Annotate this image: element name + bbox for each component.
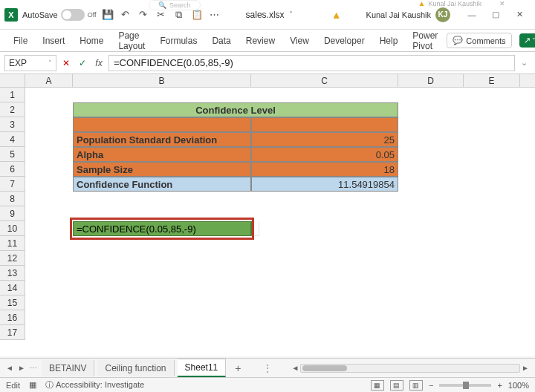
cell-bg[interactable] [398, 266, 464, 281]
cell-bg[interactable] [25, 221, 73, 236]
scroll-left-icon[interactable]: ◄ [290, 363, 300, 373]
row-header[interactable]: 2 [0, 102, 25, 117]
cell-bg[interactable] [464, 192, 520, 206]
col-header[interactable]: E [464, 74, 520, 87]
save-icon[interactable]: 💾 [101, 8, 114, 22]
col-header[interactable]: D [398, 74, 464, 87]
cell-bg[interactable] [398, 117, 464, 132]
cell-active-edit[interactable]: =CONFIDENCE(0.05,85,-9) [73, 221, 251, 236]
cell[interactable]: Confidence Function [73, 177, 251, 192]
hscroll-thumb[interactable] [302, 365, 347, 371]
cell-bg[interactable] [464, 162, 520, 177]
col-header[interactable]: A [25, 74, 73, 87]
cell-title[interactable]: Confidence Level [73, 102, 398, 117]
cell-bg[interactable] [73, 192, 251, 206]
autosave-toggle[interactable] [61, 9, 85, 21]
ribbon-tab[interactable]: Review [240, 32, 281, 50]
cell-bg[interactable] [25, 132, 73, 147]
ribbon-tab[interactable]: Help [374, 32, 404, 50]
cell-bg[interactable] [398, 236, 464, 251]
sheet-next-icon[interactable]: ► [16, 363, 27, 373]
cell-bg[interactable] [251, 310, 398, 325]
row-header[interactable]: 1 [0, 88, 25, 102]
redo-icon[interactable]: ↷ [137, 8, 150, 22]
cell-bg[interactable] [251, 236, 398, 251]
cell[interactable]: 25 [251, 132, 398, 147]
cell-bg[interactable] [73, 325, 251, 340]
ribbon-tab[interactable]: Developer [318, 32, 371, 50]
ribbon-tab[interactable]: Formulas [154, 32, 203, 50]
cell-bg[interactable] [464, 206, 520, 221]
cell-bg[interactable] [464, 251, 520, 266]
zoom-level[interactable]: 100% [508, 381, 529, 390]
cell-bg[interactable] [25, 310, 73, 325]
row-header[interactable]: 15 [0, 295, 25, 310]
select-all-corner[interactable] [0, 74, 25, 87]
fx-icon[interactable]: fx [92, 56, 106, 70]
view-page-break-button[interactable]: ▥ [409, 380, 423, 391]
cell-bg[interactable] [398, 162, 464, 177]
cell[interactable]: Population Standard Deviation [73, 132, 251, 147]
cell-bg[interactable] [398, 295, 464, 310]
cell-bg[interactable] [464, 132, 520, 147]
cell-bg[interactable] [464, 88, 520, 102]
cell-bg[interactable] [251, 88, 398, 102]
cell-bg[interactable] [398, 251, 464, 266]
hscroll-track[interactable] [300, 364, 520, 373]
cell-bg[interactable] [73, 281, 251, 295]
cell[interactable] [73, 117, 251, 132]
cell-bg[interactable] [251, 281, 398, 295]
cell-bg[interactable] [398, 192, 464, 206]
ribbon-tab[interactable]: Home [74, 32, 109, 50]
row-header[interactable]: 11 [0, 236, 25, 251]
spreadsheet-grid[interactable]: A B C D E 1234567891011121314151617 Conf… [0, 74, 535, 356]
ribbon-tab[interactable]: View [284, 32, 315, 50]
cell-bg[interactable] [25, 147, 73, 162]
row-header[interactable]: 14 [0, 281, 25, 295]
zoom-out-icon[interactable]: − [429, 381, 433, 390]
cell-bg[interactable] [464, 147, 520, 162]
cell-bg[interactable] [464, 117, 520, 132]
ribbon-tab[interactable]: Page Layout [112, 27, 151, 55]
sheet-prev-icon[interactable]: ◄ [4, 363, 15, 373]
cell-bg[interactable] [464, 310, 520, 325]
cell-bg[interactable] [251, 206, 398, 221]
zoom-thumb[interactable] [463, 382, 469, 389]
cell-bg[interactable] [464, 295, 520, 310]
cell-bg[interactable] [25, 162, 73, 177]
cell-bg[interactable] [25, 206, 73, 221]
workbook-stats-icon[interactable]: ▦ [29, 380, 36, 390]
cell-bg[interactable] [464, 177, 520, 192]
ribbon-tab[interactable]: File [7, 32, 33, 50]
cell-bg[interactable] [398, 177, 464, 192]
cell-bg[interactable] [398, 325, 464, 340]
cell-bg[interactable] [251, 266, 398, 281]
undo-icon[interactable]: ↶ [119, 8, 132, 22]
cell-bg[interactable] [73, 310, 251, 325]
add-sheet-button[interactable]: + [229, 359, 247, 377]
cell-bg[interactable] [251, 251, 398, 266]
ribbon-tab[interactable]: Power Pivot [406, 27, 444, 55]
view-normal-button[interactable]: ▦ [371, 380, 384, 391]
cell-bg[interactable] [25, 236, 73, 251]
cell-bg[interactable] [398, 132, 464, 147]
cell-bg[interactable] [25, 192, 73, 206]
cell-bg[interactable] [398, 310, 464, 325]
sheet-divider-icon[interactable]: ⋮ [263, 363, 272, 373]
cell-bg[interactable] [464, 236, 520, 251]
sheet-tab[interactable]: Ceiling function [97, 360, 174, 376]
cell[interactable]: Alpha [73, 147, 251, 162]
cell-bg[interactable] [251, 221, 398, 236]
cell-bg[interactable] [25, 177, 73, 192]
cell-bg[interactable] [25, 251, 73, 266]
cell-bg[interactable] [25, 281, 73, 295]
formula-expand-icon[interactable]: ⌄ [518, 58, 531, 68]
comments-button[interactable]: 💬 Comments [447, 33, 511, 48]
formula-input[interactable]: =CONFIDENCE(0.05,85,-9) [108, 55, 515, 71]
col-header[interactable]: C [251, 74, 398, 87]
cell-bg[interactable] [464, 281, 520, 295]
cell-bg[interactable] [25, 102, 73, 117]
cell-bg[interactable] [251, 295, 398, 310]
cell-bg[interactable] [73, 266, 251, 281]
cell-bg[interactable] [398, 147, 464, 162]
